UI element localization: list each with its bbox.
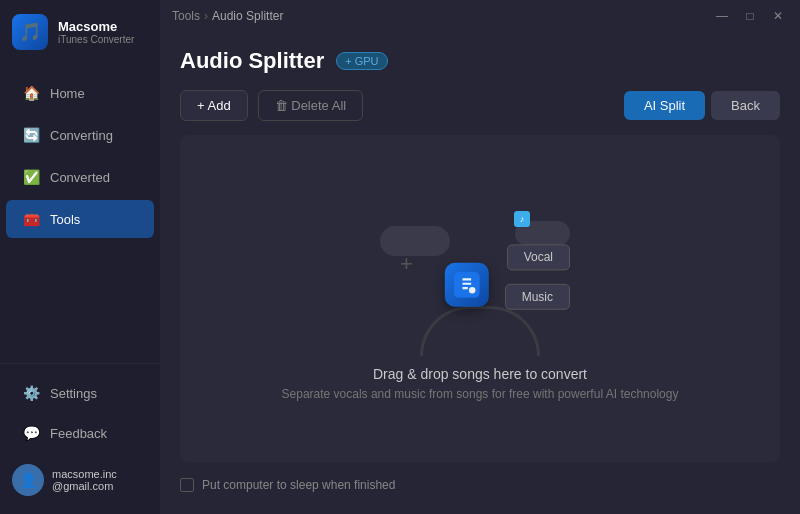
- user-profile[interactable]: 👤 macsome.inc @gmail.com: [0, 454, 160, 506]
- page-header: Audio Splitter + GPU: [180, 48, 780, 74]
- sidebar-item-converting[interactable]: 🔄 Converting: [6, 116, 154, 154]
- avatar: 👤: [12, 464, 44, 496]
- sidebar-item-converting-label: Converting: [50, 128, 113, 143]
- breadcrumb-current: Audio Splitter: [212, 9, 283, 23]
- audio-indicator: ♪: [514, 211, 530, 227]
- main-content: Tools › Audio Splitter — □ ✕ Audio Split…: [160, 0, 800, 514]
- feedback-icon: 💬: [22, 424, 40, 442]
- window-controls: — □ ✕: [712, 6, 788, 26]
- toolbar: + Add 🗑 Delete All AI Split Back: [180, 90, 780, 121]
- vocal-label: Vocal: [507, 244, 570, 270]
- converting-icon: 🔄: [22, 126, 40, 144]
- app-sub: iTunes Converter: [58, 34, 134, 45]
- logo-icon: 🎵: [12, 14, 48, 50]
- music-app-icon: [445, 263, 489, 307]
- logo-text: Macsome iTunes Converter: [58, 19, 134, 45]
- home-icon: 🏠: [22, 84, 40, 102]
- add-button[interactable]: + Add: [180, 90, 248, 121]
- converted-icon: ✅: [22, 168, 40, 186]
- plus-icon: +: [400, 251, 413, 277]
- drop-illustration: + ♪ Vocal Music: [370, 196, 590, 356]
- sidebar-item-home-label: Home: [50, 86, 85, 101]
- minimize-button[interactable]: —: [712, 6, 732, 26]
- tools-icon: 🧰: [22, 210, 40, 228]
- sidebar-nav: 🏠 Home 🔄 Converting ✅ Converted 🧰 Tools: [0, 64, 160, 363]
- maximize-button[interactable]: □: [740, 6, 760, 26]
- sidebar: 🎵 Macsome iTunes Converter 🏠 Home 🔄 Conv…: [0, 0, 160, 514]
- sidebar-item-converted[interactable]: ✅ Converted: [6, 158, 154, 196]
- app-name: Macsome: [58, 19, 134, 34]
- settings-icon: ⚙️: [22, 384, 40, 402]
- titlebar: Tools › Audio Splitter — □ ✕: [160, 0, 800, 32]
- sleep-label: Put computer to sleep when finished: [202, 478, 395, 492]
- sidebar-item-settings[interactable]: ⚙️ Settings: [6, 374, 154, 412]
- sidebar-item-tools[interactable]: 🧰 Tools: [6, 200, 154, 238]
- cloud-left-icon: [380, 226, 450, 256]
- sidebar-item-settings-label: Settings: [50, 386, 97, 401]
- user-info: macsome.inc @gmail.com: [52, 468, 117, 492]
- breadcrumb: Tools › Audio Splitter: [172, 9, 283, 23]
- ai-split-button[interactable]: AI Split: [624, 91, 705, 120]
- sleep-checkbox[interactable]: [180, 478, 194, 492]
- app-logo: 🎵 Macsome iTunes Converter: [0, 0, 160, 64]
- sidebar-item-feedback[interactable]: 💬 Feedback: [6, 414, 154, 452]
- page-title: Audio Splitter: [180, 48, 324, 74]
- music-label: Music: [505, 284, 570, 310]
- breadcrumb-separator: ›: [204, 9, 208, 23]
- sidebar-item-tools-label: Tools: [50, 212, 80, 227]
- drop-area[interactable]: + ♪ Vocal Music Drag &: [180, 135, 780, 462]
- sidebar-bottom: ⚙️ Settings 💬 Feedback 👤 macsome.inc @gm…: [0, 363, 160, 514]
- content-area: Audio Splitter + GPU + Add 🗑 Delete All …: [160, 32, 800, 514]
- footer: Put computer to sleep when finished: [180, 472, 780, 498]
- sidebar-item-feedback-label: Feedback: [50, 426, 107, 441]
- delete-all-button[interactable]: 🗑 Delete All: [258, 90, 364, 121]
- user-name: macsome.inc: [52, 468, 117, 480]
- waveform-icon: [420, 306, 540, 356]
- drop-main-text: Drag & drop songs here to convert: [373, 366, 587, 382]
- svg-point-1: [469, 287, 476, 294]
- user-email: @gmail.com: [52, 480, 117, 492]
- sidebar-item-converted-label: Converted: [50, 170, 110, 185]
- drop-sub-text: Separate vocals and music from songs for…: [282, 387, 679, 401]
- gpu-badge: + GPU: [336, 52, 387, 70]
- sidebar-item-home[interactable]: 🏠 Home: [6, 74, 154, 112]
- back-button[interactable]: Back: [711, 91, 780, 120]
- breadcrumb-parent: Tools: [172, 9, 200, 23]
- toolbar-right: AI Split Back: [624, 91, 780, 120]
- close-button[interactable]: ✕: [768, 6, 788, 26]
